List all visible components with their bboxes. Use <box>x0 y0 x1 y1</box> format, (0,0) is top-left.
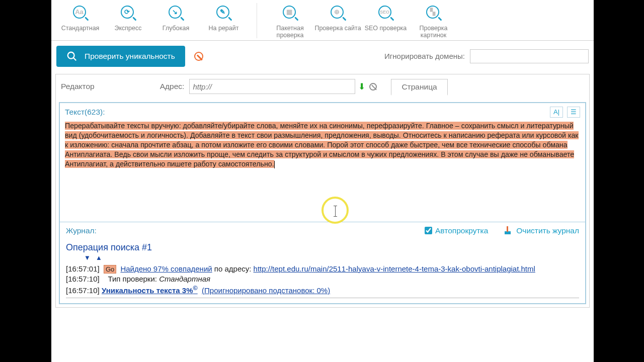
editor-label: Редактор <box>61 82 95 91</box>
check-type-label: Тип проверки: <box>108 275 157 283</box>
check-button-label: Проверить уникальность <box>85 52 175 61</box>
address-label: Адрес: <box>160 82 185 91</box>
annotation-ring <box>321 197 349 224</box>
ignore-domains-label: Игнорировать домены: <box>384 52 465 60</box>
toolbar-site[interactable]: ⊕Проверка сайта <box>314 3 362 39</box>
search-icon <box>66 51 77 62</box>
magnifier-icon: ⟳ <box>120 5 137 22</box>
svg-line-1 <box>73 58 76 61</box>
ignored-link[interactable]: (Проигнорировано подстановок: 0%) <box>202 286 330 295</box>
toolbar-label: Экспресс <box>114 25 141 32</box>
top-toolbar: AаСтандартная ⟳Экспресс ↘Глубокая ✎На ре… <box>51 0 594 41</box>
text-subpanel: Текст(623): A| ☰ Перерабатывайте тексты … <box>59 102 586 304</box>
log-line-1: [16:57:01] Go Найдено 97% совпадений по … <box>66 264 579 273</box>
magnifier-icon: ✎ <box>215 5 232 22</box>
log-body: Операция поиска #1 ▼▲ [16:57:01] Go Найд… <box>60 239 585 303</box>
log-line-2: [16:57:10] Тип проверки: Стандартная <box>66 275 579 283</box>
stop-icon[interactable] <box>194 52 203 61</box>
autoscroll-input[interactable] <box>425 227 432 234</box>
download-icon[interactable]: ⬇ <box>358 81 365 92</box>
timestamp: [16:57:10] <box>66 286 100 295</box>
toolbar-images[interactable]: ▚Проверка картинок <box>410 3 457 39</box>
highlighted-text: Перерабатывайте тексты вручную: добавляй… <box>65 122 579 168</box>
toolbar-express[interactable]: ⟳Экспресс <box>104 3 152 32</box>
toolbar-standard[interactable]: AаСтандартная <box>56 3 104 32</box>
toolbar-label: SEO проверка <box>365 25 407 32</box>
found-link[interactable]: Найдено 97% совпадений <box>120 264 212 273</box>
toolbar-label: Проверка картинок <box>410 25 457 39</box>
action-bar: Проверить уникальность Игнорировать доме… <box>51 41 594 74</box>
magnifier-icon: ↘ <box>168 5 185 22</box>
toolbar-label: На рерайт <box>209 25 239 32</box>
magnifier-icon: ▚ <box>425 5 442 22</box>
magnifier-icon: ▦ <box>282 5 299 22</box>
cancel-icon[interactable] <box>369 83 377 90</box>
tab-page[interactable]: Страница <box>391 79 447 96</box>
go-badge[interactable]: Go <box>104 265 116 274</box>
editor-panel-head: Редактор Адрес: ⬇ Страница <box>56 74 589 99</box>
brush-icon <box>503 226 512 235</box>
address-box <box>189 79 355 94</box>
magnifier-icon: ⊕ <box>330 5 347 22</box>
check-uniqueness-button[interactable]: Проверить уникальность <box>56 46 185 67</box>
magnifier-icon: Aа <box>72 5 89 22</box>
text-counter-row: Текст(623): A| ☰ <box>60 103 585 121</box>
toolbar-group-extra: ▦Пакетная проверка ⊕Проверка сайта SEOSE… <box>266 3 457 39</box>
clear-log-label: Очистить журнал <box>516 226 579 235</box>
toolbar-batch[interactable]: ▦Пакетная проверка <box>266 3 314 39</box>
autoscroll-checkbox[interactable]: Автопрокрутка <box>425 226 488 235</box>
match-url-link[interactable]: http://tept.edu.ru/main/2511-halyava-v-i… <box>254 264 535 273</box>
log-divider <box>66 298 579 298</box>
text-editor-area[interactable]: Перерабатывайте тексты вручную: добавляй… <box>60 121 585 222</box>
timestamp: [16:57:01] <box>66 264 100 273</box>
sort-triangles[interactable]: ▼▲ <box>84 254 579 261</box>
by-address-label: по адресу: <box>214 264 252 273</box>
toolbar-group-checks: AаСтандартная ⟳Экспресс ↘Глубокая ✎На ре… <box>56 3 248 32</box>
ignore-domains-input[interactable] <box>470 49 589 63</box>
toolbar-deep[interactable]: ↘Глубокая <box>152 3 200 32</box>
toolbar-seo[interactable]: SEOSEO проверка <box>362 3 410 39</box>
timestamp: [16:57:10] <box>66 275 100 283</box>
toolbar-label: Глубокая <box>163 25 189 32</box>
log-header: Журнал: Автопрокрутка Очистить журнал <box>60 222 585 239</box>
clear-log-button[interactable]: Очистить журнал <box>503 226 579 235</box>
toolbar-label: Стандартная <box>61 25 100 32</box>
magnifier-icon: SEO <box>377 5 394 22</box>
address-input[interactable] <box>193 82 352 91</box>
log-title: Журнал: <box>66 226 97 235</box>
view-mode-list-icon[interactable]: ☰ <box>567 107 580 118</box>
operation-title: Операция поиска #1 <box>66 242 579 253</box>
toolbar-divider <box>257 3 257 38</box>
text-counter-label: Текст(623): <box>65 108 105 117</box>
uniqueness-link[interactable]: Уникальность текста 3%© <box>102 286 198 295</box>
svg-point-0 <box>68 52 74 59</box>
editor-panel: Редактор Адрес: ⬇ Страница Текст(623): A… <box>55 74 590 308</box>
check-type-value: Стандартная <box>159 275 210 283</box>
copyright-sup: © <box>193 285 198 292</box>
toolbar-rewrite[interactable]: ✎На рерайт <box>200 3 248 32</box>
toolbar-label: Пакетная проверка <box>266 25 314 39</box>
log-line-3: [16:57:10] Уникальность текста 3%© (Прои… <box>66 285 579 295</box>
autoscroll-label: Автопрокрутка <box>435 226 488 235</box>
view-mode-a-icon[interactable]: A| <box>550 107 563 118</box>
toolbar-label: Проверка сайта <box>314 25 361 32</box>
text-cursor <box>274 161 275 168</box>
